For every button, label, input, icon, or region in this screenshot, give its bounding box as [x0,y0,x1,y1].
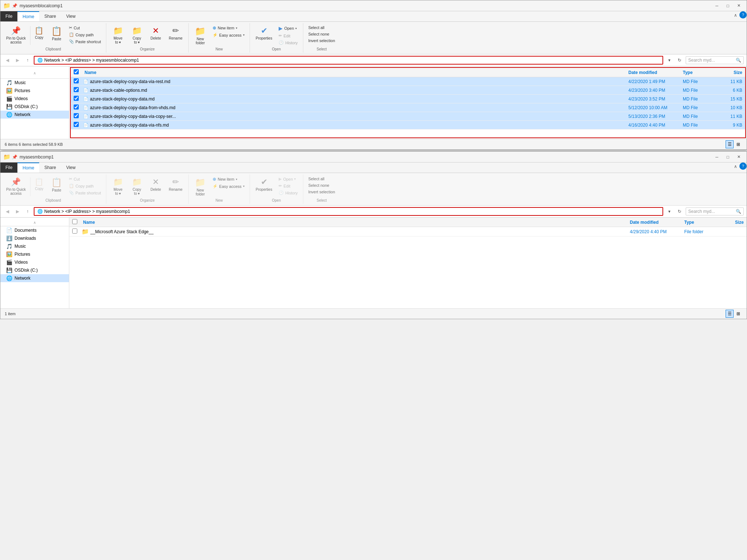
tiles-view-btn-1[interactable]: ⊞ [734,140,742,148]
sidebar-downloads-2[interactable]: ⬇️ Downloads [0,234,69,242]
paste-btn-2[interactable]: 📋 Paste [48,176,65,194]
paste-shortcut-btn-1[interactable]: 📎 Paste shortcut [67,38,103,45]
tiles-view-btn-2[interactable]: ⊞ [734,310,742,318]
tab-share-1[interactable]: Share [39,11,61,21]
copy-to-btn-1[interactable]: 📁 Copyto ▾ [128,25,145,46]
up-btn-1[interactable]: ↑ [24,56,32,64]
row-check-1-5[interactable] [71,113,82,119]
table-row[interactable]: 📁 __Microsoft Azure Stack Edge__ 4/29/20… [69,227,747,236]
table-row[interactable]: 📄 azure-stack-deploy-copy-data-via-nfs.m… [71,121,745,129]
address-dropdown-btn-1[interactable]: ▾ [665,56,673,64]
help-btn-2[interactable]: ? [739,162,747,170]
rename-btn-1[interactable]: ✏ Rename [166,25,185,42]
rename-btn-2[interactable]: ✏ Rename [166,176,185,193]
row-check-1-2[interactable] [71,87,82,93]
sidebar-osdisk-2[interactable]: 💾 OSDisk (C:) [0,266,69,274]
address-path-2[interactable]: 🌐 Network > <IP address> > myasesmbcomp1 [34,207,663,216]
open-btn-1[interactable]: ▶ Open ▾ [276,25,300,32]
row-check-1-4[interactable] [71,104,82,111]
table-row[interactable]: 📄 azure-stack-deploy-copy-data-via-rest.… [71,77,745,86]
col-date-header-2[interactable]: Date modified [627,220,681,225]
select-none-btn-2[interactable]: Select none [306,182,337,188]
easy-access-btn-2[interactable]: ⚡ Easy access ▾ [210,183,247,189]
col-date-header-1[interactable]: Date modified [625,70,680,75]
cut-btn-2[interactable]: ✂ Cut [67,176,103,182]
edit-btn-1[interactable]: ✏ Edit [276,33,300,39]
check-all-2[interactable] [72,219,77,224]
tab-share-2[interactable]: Share [39,162,61,173]
delete-btn-2[interactable]: ✕ Delete [147,176,164,193]
minimize-btn-2[interactable]: ─ [712,153,722,161]
edit-btn-2[interactable]: ✏ Edit [276,183,300,189]
paste-shortcut-btn-2[interactable]: 📎 Paste shortcut [67,190,103,196]
table-row[interactable]: 📄 azure-stack-cable-options.md 4/23/2020… [71,86,745,95]
ribbon-collapse-btn-2[interactable]: ∧ [731,162,739,170]
help-btn-1[interactable]: ? [739,11,747,18]
new-folder-btn-1[interactable]: 📁 Newfolder [192,25,209,46]
copy-to-btn-2[interactable]: 📁 Copyto ▾ [128,176,145,197]
invert-btn-2[interactable]: Invert selection [306,189,337,195]
table-row[interactable]: 📄 azure-stack-deploy-copy-data-via-copy-… [71,112,745,121]
select-all-btn-2[interactable]: Select all [306,176,337,182]
ribbon-collapse-btn-1[interactable]: ∧ [731,11,739,19]
table-row[interactable]: 📄 azure-stack-deploy-copy-data.md 4/23/2… [71,95,745,103]
pin-btn-1[interactable]: 📌 Pin to Quick access [3,25,29,46]
move-to-btn-2[interactable]: 📁 Moveto ▾ [109,176,127,197]
properties-btn-2[interactable]: ✔ Properties [253,176,275,193]
sidebar-videos-1[interactable]: 🎬 Videos [0,95,69,103]
col-name-header-1[interactable]: Name [82,70,625,75]
copy-path-btn-2[interactable]: 📋 Copy path [67,183,103,189]
easy-access-btn-1[interactable]: ⚡ Easy access ▾ [210,32,247,38]
details-view-btn-1[interactable]: ☰ [726,140,734,148]
forward-btn-1[interactable]: ▶ [13,56,21,64]
new-item-btn-2[interactable]: ⊕ New item ▾ [210,176,247,182]
row-check-1-3[interactable] [71,96,82,102]
tab-view-1[interactable]: View [61,11,81,21]
close-btn-1[interactable]: ✕ [734,2,744,10]
select-none-btn-1[interactable]: Select none [306,31,337,37]
tab-file-1[interactable]: File [0,11,17,21]
sidebar-pictures-2[interactable]: 🖼️ Pictures [0,250,69,258]
pin-btn-2[interactable]: 📌 Pin to Quick access [3,176,29,197]
search-icon-1[interactable]: 🔍 [736,58,741,63]
history-btn-2[interactable]: 🕐 History [276,190,300,196]
refresh-btn-1[interactable]: ↻ [676,56,684,64]
new-folder-btn-2[interactable]: 📁 Newfolder [192,176,209,198]
select-all-btn-1[interactable]: Select all [306,25,337,30]
open-btn-2[interactable]: ▶ Open ▾ [276,176,300,182]
address-path-1[interactable]: 🌐 Network > <IP address> > myasesmblocal… [34,56,663,65]
row-check-1-1[interactable] [71,78,82,85]
details-view-btn-2[interactable]: ☰ [726,310,734,318]
col-size-header-1[interactable]: Size [716,70,745,75]
tab-view-2[interactable]: View [61,162,81,173]
delete-btn-1[interactable]: ✕ Delete [147,25,164,42]
back-btn-1[interactable]: ◀ [3,56,11,64]
sidebar-osdisk-1[interactable]: 💾 OSDisk (C:) [0,103,69,111]
sidebar-network-2[interactable]: 🌐 Network [0,274,69,282]
close-btn-2[interactable]: ✕ [734,153,744,161]
tab-home-2[interactable]: Home [17,162,39,173]
col-type-header-1[interactable]: Type [680,70,716,75]
maximize-btn-1[interactable]: □ [723,2,733,10]
sidebar-pictures-1[interactable]: 🖼️ Pictures [0,87,69,95]
search-icon-2[interactable]: 🔍 [736,209,741,214]
cut-btn-1[interactable]: ✂ Cut [67,25,103,31]
row-check-2-1[interactable] [69,228,80,235]
check-all-1[interactable] [74,69,79,74]
forward-btn-2[interactable]: ▶ [13,207,21,215]
col-name-header-2[interactable]: Name [80,220,627,225]
copy-path-btn-1[interactable]: 📋 Copy path [67,32,103,38]
col-type-header-2[interactable]: Type [681,220,718,225]
sidebar-documents-2[interactable]: 📄 Documents [0,226,69,234]
up-btn-2[interactable]: ↑ [24,207,32,215]
move-to-btn-1[interactable]: 📁 Moveto ▾ [109,25,127,46]
row-check-1-6[interactable] [71,122,82,128]
address-dropdown-btn-2[interactable]: ▾ [665,207,673,215]
sidebar-music-1[interactable]: 🎵 Music [0,79,69,87]
header-check-1[interactable] [71,69,82,75]
history-btn-1[interactable]: 🕐 History [276,40,300,46]
invert-btn-1[interactable]: Invert selection [306,38,337,44]
new-item-btn-1[interactable]: ⊕ New item ▾ [210,25,247,31]
properties-btn-1[interactable]: ✔ Properties [253,25,275,42]
minimize-btn-1[interactable]: ─ [712,2,722,10]
